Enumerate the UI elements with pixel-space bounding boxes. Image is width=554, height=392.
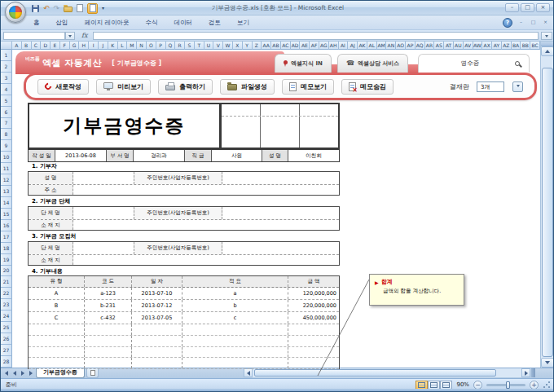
first-sheet-button[interactable] (2, 369, 10, 377)
row-header[interactable]: 17 (1, 231, 12, 243)
approval-count-select[interactable]: 3개 (477, 81, 504, 92)
row-header[interactable]: 8 (1, 129, 12, 140)
vertical-scrollbar[interactable] (540, 42, 554, 368)
column-header[interactable]: F (60, 42, 70, 50)
print-button[interactable]: 출력하기 (158, 79, 213, 95)
donation-cell[interactable] (85, 358, 132, 368)
donation-cell[interactable] (288, 336, 339, 346)
donation-cell[interactable] (132, 347, 182, 358)
doc-close-button[interactable]: × (540, 19, 551, 27)
donation-cell[interactable]: b-231 (85, 300, 132, 311)
column-header[interactable]: AR (425, 42, 435, 50)
column-header[interactable]: AL (367, 42, 377, 50)
row-header[interactable]: 13 (1, 186, 12, 197)
help-icon[interactable]: ? (503, 18, 512, 28)
donation-cell[interactable] (132, 324, 182, 335)
search-input[interactable]: 영수증 (425, 59, 515, 68)
formula-input[interactable] (93, 32, 539, 40)
normal-view-button[interactable] (416, 381, 428, 390)
column-header[interactable]: AW (473, 42, 483, 50)
column-header[interactable]: B (22, 42, 32, 50)
info-value[interactable]: 경리과 (134, 150, 185, 161)
ribbon-tab[interactable]: 보기 (229, 15, 257, 30)
row-header[interactable]: 23 (1, 299, 12, 311)
donation-cell[interactable] (288, 358, 339, 368)
column-header[interactable]: N (137, 42, 147, 50)
column-header[interactable]: BC (530, 42, 540, 50)
donation-cell[interactable] (288, 347, 339, 358)
scroll-up-button[interactable] (541, 46, 554, 56)
column-header[interactable]: V (213, 42, 223, 50)
column-header[interactable]: AY (492, 42, 502, 50)
row-header[interactable]: 26 (1, 333, 12, 345)
field-value[interactable] (222, 172, 339, 184)
office-button[interactable] (5, 2, 26, 23)
row-header[interactable]: 18 (1, 243, 12, 254)
donation-cell[interactable] (288, 324, 339, 335)
donation-cell[interactable] (29, 324, 85, 335)
row-header[interactable]: 5 (1, 95, 12, 107)
approval-dropdown-button[interactable] (512, 81, 523, 92)
donation-cell[interactable] (132, 358, 182, 368)
column-header[interactable]: AV (464, 42, 473, 50)
ribbon-tab[interactable]: 삽입 (48, 15, 77, 30)
field-value[interactable] (222, 207, 339, 219)
column-header[interactable]: K (108, 42, 118, 50)
show-memo-button[interactable]: 메모보기 (282, 79, 334, 95)
column-header[interactable]: W (223, 42, 233, 50)
row-header[interactable]: 15 (1, 209, 12, 220)
column-header[interactable]: AK (358, 42, 367, 50)
previous-sheet-button[interactable] (11, 369, 18, 377)
field-value[interactable] (73, 172, 134, 184)
row-header[interactable]: 25 (1, 322, 12, 333)
donation-cell[interactable]: c-432 (85, 312, 132, 324)
scroll-down-button[interactable] (541, 358, 554, 368)
column-header[interactable]: AI (339, 42, 349, 50)
column-header[interactable]: A (12, 42, 22, 50)
info-value[interactable]: 이천희 (288, 150, 339, 161)
ribbon-tab[interactable]: 검토 (200, 15, 229, 30)
tab-excel-support[interactable]: ☎ 엑셀상담 서비스 (337, 54, 408, 73)
column-header[interactable]: L (118, 42, 128, 50)
print-preview-icon[interactable] (77, 4, 83, 12)
donation-cell[interactable]: C (29, 312, 85, 324)
row-header[interactable]: 11 (1, 163, 12, 174)
create-file-button[interactable]: 파일생성 (220, 79, 275, 95)
row-header[interactable]: 12 (1, 174, 12, 186)
column-header[interactable]: C (32, 42, 42, 50)
column-header[interactable]: AT (444, 42, 454, 50)
field-value[interactable] (73, 185, 339, 195)
comment-box[interactable]: ▶ 합계 금액의 합을 계산합니다. (369, 274, 464, 306)
donation-cell[interactable]: 2013-07-12 (132, 300, 182, 311)
field-value[interactable] (73, 242, 134, 254)
column-header[interactable]: AU (454, 42, 464, 50)
column-header[interactable]: AZ (502, 42, 512, 50)
donation-cell[interactable]: B (29, 300, 85, 311)
name-box[interactable] (3, 32, 65, 40)
new-document-button[interactable]: 새로작성 (37, 79, 89, 95)
row-header[interactable]: 6 (1, 107, 12, 118)
name-box-dropdown[interactable] (65, 32, 75, 40)
row-header[interactable]: 7 (1, 118, 12, 130)
donation-cell[interactable]: 450,000,000 (288, 312, 339, 324)
row-header[interactable]: 4 (1, 84, 12, 95)
row-header[interactable]: 2 (1, 61, 12, 73)
row-header[interactable]: 21 (1, 276, 12, 288)
column-header[interactable]: AQ (416, 42, 425, 50)
column-header[interactable]: AC (281, 42, 291, 50)
zoom-level[interactable]: 90% (456, 381, 469, 388)
column-header[interactable]: M (127, 42, 137, 50)
ribbon-tab[interactable]: 홈 (25, 15, 48, 30)
column-header[interactable]: AD (291, 42, 301, 50)
info-value[interactable]: 사원 (212, 150, 262, 161)
row-header[interactable]: 14 (1, 197, 12, 209)
doc-restore-button[interactable]: □ (528, 19, 539, 27)
row-header[interactable]: 1 (1, 50, 12, 61)
donation-cell[interactable]: a-123 (85, 288, 132, 299)
vertical-scroll-thumb[interactable] (542, 68, 553, 357)
info-value[interactable]: 2013-06-08 (55, 150, 107, 161)
row-header[interactable]: 10 (1, 152, 12, 163)
last-sheet-button[interactable] (27, 369, 34, 377)
column-header[interactable]: H (79, 42, 89, 50)
open-icon[interactable] (64, 7, 73, 12)
